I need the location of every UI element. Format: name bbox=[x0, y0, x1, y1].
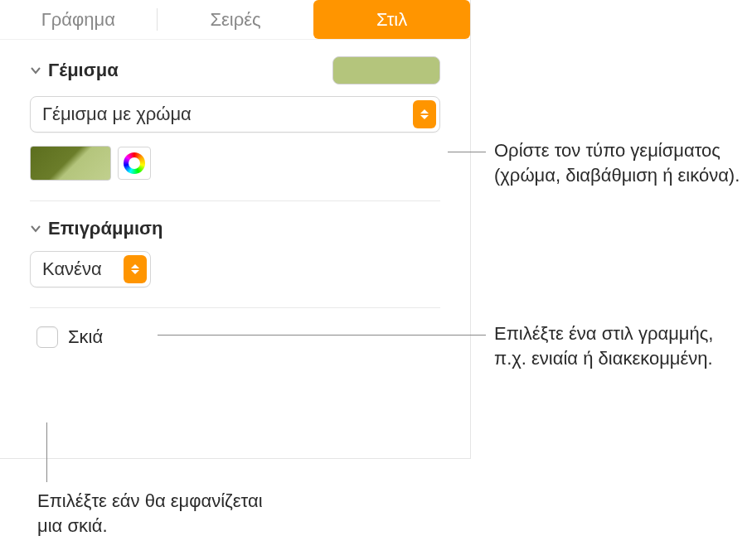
fill-color-controls bbox=[30, 146, 440, 181]
stroke-style-dropdown[interactable]: Κανένα bbox=[30, 251, 151, 287]
chevron-down-icon[interactable] bbox=[30, 223, 41, 234]
fill-section-title: Γέμισμα bbox=[48, 60, 119, 81]
callout-line bbox=[448, 152, 486, 152]
tab-style[interactable]: Στιλ bbox=[313, 0, 470, 39]
callout-line bbox=[158, 335, 486, 336]
stroke-section: Επιγράμμιση Κανένα bbox=[0, 201, 470, 287]
stroke-style-label: Κανένα bbox=[42, 258, 124, 280]
fill-type-label: Γέμισμα με χρώμα bbox=[42, 104, 413, 125]
callout-fill-type: Ορίστε τον τύπο γεμίσματος (χρώμα, διαβά… bbox=[494, 138, 743, 187]
inspector-panel: Γράφημα Σειρές Στιλ Γέμισμα Γέμισμα με χ… bbox=[0, 0, 471, 459]
shadow-row: Σκιά bbox=[0, 308, 470, 348]
chevron-down-icon[interactable] bbox=[30, 65, 41, 76]
dropdown-stepper-icon bbox=[413, 100, 436, 128]
inspector-tabs: Γράφημα Σειρές Στιλ bbox=[0, 0, 470, 40]
shadow-label: Σκιά bbox=[68, 326, 103, 348]
callout-line bbox=[46, 422, 47, 482]
tab-series[interactable]: Σειρές bbox=[158, 0, 314, 39]
color-picker-button[interactable] bbox=[118, 147, 151, 180]
fill-section: Γέμισμα Γέμισμα με χρώμα bbox=[0, 40, 470, 181]
callout-shadow-toggle: Επιλέξτε εάν θα εμφανίζεται μια σκιά. bbox=[37, 489, 286, 538]
fill-gradient-well[interactable] bbox=[30, 146, 111, 181]
stroke-section-title: Επιγράμμιση bbox=[48, 218, 163, 239]
fill-type-dropdown[interactable]: Γέμισμα με χρώμα bbox=[30, 96, 440, 133]
callout-stroke-style: Επιλέξτε ένα στιλ γραμμής, π.χ. ενιαία ή… bbox=[494, 321, 743, 370]
dropdown-stepper-icon bbox=[124, 255, 147, 283]
stroke-section-header: Επιγράμμιση bbox=[30, 218, 440, 239]
fill-color-preview[interactable] bbox=[332, 56, 440, 84]
shadow-checkbox[interactable] bbox=[36, 326, 58, 348]
tab-chart[interactable]: Γράφημα bbox=[0, 0, 157, 39]
fill-section-header: Γέμισμα bbox=[30, 56, 440, 84]
color-wheel-icon bbox=[124, 152, 145, 174]
